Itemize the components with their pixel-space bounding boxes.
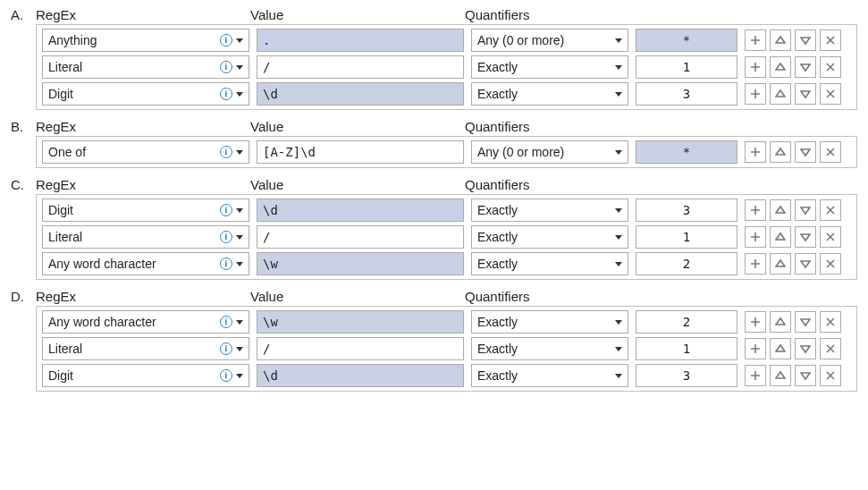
move-up-button[interactable] xyxy=(770,253,791,275)
delete-button[interactable] xyxy=(820,338,841,359)
rule-row: Digit i \d Exactly 3 xyxy=(42,82,851,106)
delete-button[interactable] xyxy=(820,199,841,221)
regex-type-dropdown[interactable]: Literal i xyxy=(42,55,249,79)
quantifier-dropdown[interactable]: Exactly xyxy=(471,199,628,222)
add-button[interactable] xyxy=(745,141,766,163)
info-icon[interactable]: i xyxy=(220,316,232,328)
move-up-button[interactable] xyxy=(770,226,791,248)
info-icon[interactable]: i xyxy=(220,204,232,216)
regex-type-dropdown[interactable]: Digit i xyxy=(42,82,249,106)
value-input[interactable]: . xyxy=(257,29,464,52)
value-input[interactable]: \w xyxy=(257,310,464,334)
header-quant: Quantifiers xyxy=(465,7,822,22)
delete-button[interactable] xyxy=(820,56,841,78)
regex-type-dropdown[interactable]: Digit i xyxy=(42,199,249,222)
quantity-input[interactable]: 3 xyxy=(636,82,737,106)
add-button[interactable] xyxy=(745,199,766,221)
quantity-input[interactable]: * xyxy=(636,29,737,52)
regex-type-dropdown[interactable]: Digit i xyxy=(42,364,249,387)
move-up-button[interactable] xyxy=(770,311,791,333)
quantity-value: 1 xyxy=(683,342,690,356)
row-actions xyxy=(745,253,852,275)
section-letter: D. xyxy=(11,289,36,304)
delete-button[interactable] xyxy=(820,83,841,105)
move-up-button[interactable] xyxy=(770,30,791,51)
move-down-button[interactable] xyxy=(795,365,816,386)
quantity-input[interactable]: 2 xyxy=(636,310,737,334)
quantity-input[interactable]: 1 xyxy=(636,55,737,79)
quantity-value: 1 xyxy=(683,60,690,74)
add-button[interactable] xyxy=(745,30,766,51)
delete-button[interactable] xyxy=(820,311,841,333)
quantity-input[interactable]: 3 xyxy=(636,199,737,222)
info-icon[interactable]: i xyxy=(220,146,232,158)
quantifier-dropdown[interactable]: Exactly xyxy=(471,364,628,387)
regex-type-dropdown[interactable]: Any word character i xyxy=(42,252,249,275)
quantity-input[interactable]: * xyxy=(636,140,737,164)
add-button[interactable] xyxy=(745,226,766,248)
move-down-button[interactable] xyxy=(795,83,816,105)
value-input[interactable]: [A-Z]\d xyxy=(257,140,464,164)
regex-type-dropdown[interactable]: Any word character i xyxy=(42,310,249,334)
move-down-button[interactable] xyxy=(795,30,816,51)
add-button[interactable] xyxy=(745,338,766,359)
move-down-button[interactable] xyxy=(795,56,816,78)
add-button[interactable] xyxy=(745,311,766,333)
move-down-button[interactable] xyxy=(795,311,816,333)
quantifier-dropdown[interactable]: Exactly xyxy=(471,225,628,249)
quantity-input[interactable]: 2 xyxy=(636,252,737,275)
quantifier-dropdown[interactable]: Exactly xyxy=(471,337,628,360)
quantity-input[interactable]: 3 xyxy=(636,364,737,387)
value-input[interactable]: / xyxy=(257,225,464,249)
move-down-button[interactable] xyxy=(795,253,816,275)
quantifier-dropdown[interactable]: Exactly xyxy=(471,310,628,334)
value-input[interactable]: / xyxy=(257,55,464,79)
quantity-input[interactable]: 1 xyxy=(636,337,737,360)
move-down-button[interactable] xyxy=(795,226,816,248)
value-input[interactable]: \w xyxy=(257,252,464,275)
quantifier-dropdown[interactable]: Exactly xyxy=(471,252,628,275)
move-down-button[interactable] xyxy=(795,141,816,163)
regex-type-dropdown[interactable]: Anything i xyxy=(42,29,249,52)
delete-button[interactable] xyxy=(820,141,841,163)
move-down-button[interactable] xyxy=(795,199,816,221)
add-button[interactable] xyxy=(745,253,766,275)
move-up-button[interactable] xyxy=(770,338,791,359)
info-icon[interactable]: i xyxy=(220,34,232,46)
quantifier-label: Exactly xyxy=(477,203,615,217)
quantity-input[interactable]: 1 xyxy=(636,225,737,249)
delete-button[interactable] xyxy=(820,226,841,248)
delete-button[interactable] xyxy=(820,253,841,275)
quantifier-dropdown[interactable]: Exactly xyxy=(471,55,628,79)
add-button[interactable] xyxy=(745,56,766,78)
regex-type-dropdown[interactable]: Literal i xyxy=(42,225,249,249)
add-button[interactable] xyxy=(745,365,766,386)
quantifier-dropdown[interactable]: Any (0 or more) xyxy=(471,140,628,164)
move-up-button[interactable] xyxy=(770,365,791,386)
add-button[interactable] xyxy=(745,83,766,105)
info-icon[interactable]: i xyxy=(220,258,232,270)
regex-type-label: Literal xyxy=(48,230,220,244)
value-input[interactable]: \d xyxy=(257,82,464,106)
value-input[interactable]: \d xyxy=(257,364,464,387)
move-up-button[interactable] xyxy=(770,83,791,105)
info-icon[interactable]: i xyxy=(220,61,232,73)
regex-type-dropdown[interactable]: One of i xyxy=(42,140,249,164)
value-input[interactable]: \d xyxy=(257,199,464,222)
info-icon[interactable]: i xyxy=(220,342,232,355)
chevron-down-icon xyxy=(615,347,622,351)
regex-type-dropdown[interactable]: Literal i xyxy=(42,337,249,360)
quantifier-dropdown[interactable]: Any (0 or more) xyxy=(471,29,628,52)
move-down-button[interactable] xyxy=(795,338,816,359)
delete-button[interactable] xyxy=(820,30,841,51)
info-icon[interactable]: i xyxy=(220,231,232,243)
info-icon[interactable]: i xyxy=(220,369,232,382)
move-up-button[interactable] xyxy=(770,141,791,163)
info-icon[interactable]: i xyxy=(220,88,232,100)
move-up-button[interactable] xyxy=(770,56,791,78)
value-input[interactable]: / xyxy=(257,337,464,360)
value-text: / xyxy=(263,230,270,244)
quantifier-dropdown[interactable]: Exactly xyxy=(471,82,628,106)
move-up-button[interactable] xyxy=(770,199,791,221)
delete-button[interactable] xyxy=(820,365,841,386)
